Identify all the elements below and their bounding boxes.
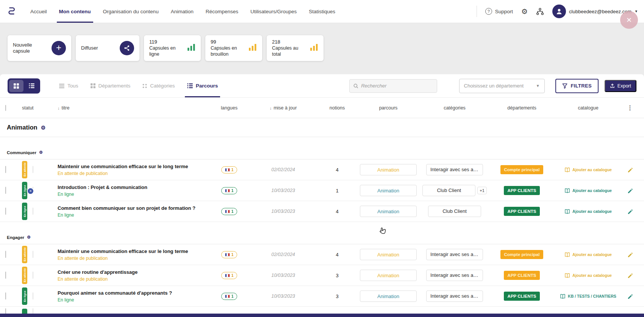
capsule-title[interactable]: Introduction : Projet & communication: [58, 184, 210, 190]
publication-status: En attente de publication: [58, 256, 210, 261]
edit-pencil-icon[interactable]: [621, 273, 639, 278]
catalogue-link[interactable]: Ajouter au catalogue: [555, 209, 621, 214]
nav-item-organisation[interactable]: Organisation du contenu: [97, 0, 165, 23]
edit-pencil-icon[interactable]: [621, 167, 639, 173]
catalogue-link[interactable]: KB / TESTS / CHANTIERS: [555, 294, 621, 299]
parcours-button[interactable]: Animation: [360, 249, 417, 260]
quick-actions-bar: Nouvelle capsule + Diffuser 119 Capsules…: [0, 23, 644, 77]
bottom-bar: [0, 314, 644, 317]
close-button[interactable]: ✕: [620, 11, 638, 29]
parcours-button[interactable]: Animation: [360, 206, 417, 217]
category-button[interactable]: Interagir avec ses ap...: [426, 290, 483, 302]
row-checkbox[interactable]: [5, 272, 6, 279]
edit-pencil-icon[interactable]: [621, 209, 639, 214]
nav-item-mon-contenu[interactable]: Mon contenu: [53, 0, 97, 23]
filters-label: FILTRES: [571, 83, 592, 89]
catalogue-book-icon: [564, 252, 570, 257]
table-row: En ligne Comment bien communiquer sur so…: [0, 201, 644, 222]
catalogue-link[interactable]: Ajouter au catalogue: [555, 188, 621, 193]
app-logo[interactable]: [6, 6, 17, 17]
department-badge: APP CLIENTS: [504, 271, 540, 280]
select-all-checkbox[interactable]: [5, 105, 6, 111]
status-badge: En ligne: [22, 203, 27, 220]
tab-departements[interactable]: Départements: [84, 74, 137, 97]
tab-label: Départements: [98, 83, 131, 89]
tab-parcours[interactable]: Parcours: [181, 74, 224, 97]
org-chart-icon[interactable]: [536, 8, 544, 16]
col-categories: catégories: [420, 105, 489, 111]
catalogue-book-icon: [564, 273, 570, 278]
category-button[interactable]: Club Client: [428, 206, 481, 217]
edit-pencil-icon[interactable]: [621, 188, 639, 194]
stat-count: 99: [211, 39, 243, 45]
list-view-button[interactable]: [24, 80, 39, 92]
parcours-button[interactable]: Animation: [360, 164, 417, 175]
status-badge: En attente: [22, 246, 27, 263]
catalogue-link[interactable]: Ajouter au catalogue: [555, 252, 621, 257]
parcours-button[interactable]: Animation: [360, 185, 417, 196]
language-count: 1: [231, 253, 234, 257]
table-row: En ligne Pourquoi animer sa communauté d…: [0, 286, 644, 307]
nav-item-statistiques[interactable]: Statistiques: [303, 0, 341, 23]
nav-item-utilisateurs[interactable]: Utilisateurs/Groupes: [244, 0, 303, 23]
flag-icon: [225, 189, 230, 192]
new-capsule-button[interactable]: Nouvelle capsule +: [8, 35, 71, 61]
language-badge: 1: [221, 251, 238, 258]
status-badge: [22, 309, 27, 314]
sort-desc-icon: ↓: [58, 106, 60, 110]
diffuser-button[interactable]: Diffuser: [76, 35, 139, 61]
catalogue-link[interactable]: Ajouter au catalogue: [555, 167, 621, 172]
support-button[interactable]: ? Support: [485, 8, 513, 15]
row-checkbox[interactable]: [5, 187, 6, 194]
notions-count: 1: [318, 188, 356, 194]
row-checkbox[interactable]: [5, 166, 6, 173]
view-toggle: [8, 78, 40, 94]
category-extra-badge[interactable]: +1: [477, 187, 487, 194]
col-titre[interactable]: ↓titre: [52, 105, 210, 111]
department-badge: APP CLIENTS: [504, 186, 540, 195]
nav-item-recompenses[interactable]: Récompenses: [200, 0, 244, 23]
edit-pencil-icon[interactable]: [621, 294, 639, 299]
tab-categories[interactable]: Catégories: [136, 74, 181, 97]
nav-item-animation[interactable]: Animation: [165, 0, 200, 23]
parcours-button[interactable]: Animation: [360, 290, 417, 302]
grid-view-button[interactable]: [9, 80, 23, 92]
capsule-title[interactable]: Pourquoi animer sa communauté d'apprenan…: [58, 290, 210, 296]
col-mise-a-jour[interactable]: ↓mise à jour: [248, 105, 318, 111]
search-input[interactable]: [361, 83, 433, 89]
edit-pencil-icon[interactable]: [621, 252, 639, 258]
capsule-title[interactable]: Maintenir une communication efficace sur…: [58, 164, 210, 169]
capsule-thumbnail: [33, 166, 33, 173]
column-options-kebab-icon[interactable]: ⋮: [621, 104, 639, 111]
row-checkbox[interactable]: [5, 292, 6, 300]
section-engager: Engager ⚙ En attente Maintenir une commu…: [0, 222, 644, 307]
department-select[interactable]: Choisissez un département ▼: [459, 79, 545, 93]
row-checkbox[interactable]: [5, 251, 6, 258]
catalogue-link[interactable]: Ajouter au catalogue: [555, 273, 621, 278]
catalogue-book-icon: [564, 188, 570, 193]
parcours-button[interactable]: Animation: [360, 270, 417, 281]
category-button[interactable]: Interagir avec ses ap...: [426, 249, 483, 260]
section-settings-gear-icon[interactable]: ⚙: [27, 235, 31, 240]
filters-button[interactable]: FILTRES: [555, 79, 599, 93]
capsule-title[interactable]: Maintenir une communication efficace sur…: [58, 248, 210, 254]
capsule-title[interactable]: Comment bien communiquer sur son projet …: [58, 205, 210, 211]
category-button[interactable]: Club Client: [422, 185, 475, 196]
settings-gear-icon[interactable]: ⚙: [521, 8, 528, 15]
publication-status: En ligne: [58, 297, 210, 303]
category-button[interactable]: Interagir avec ses ap...: [426, 164, 483, 175]
group-settings-gear-icon[interactable]: ⚙: [41, 125, 46, 131]
export-button[interactable]: Export: [605, 80, 636, 92]
col-departements: départements: [489, 105, 555, 111]
language-badge: 1: [221, 208, 238, 215]
top-nav: Accueil Mon contenu Organisation du cont…: [0, 0, 644, 23]
tab-tous[interactable]: Tous: [53, 74, 84, 97]
section-settings-gear-icon[interactable]: ⚙: [39, 150, 43, 155]
capsule-title[interactable]: Créer une routine d'apprentissage: [58, 269, 210, 275]
nav-item-accueil[interactable]: Accueil: [24, 0, 53, 23]
row-checkbox[interactable]: [5, 308, 6, 314]
stat-count: 218: [272, 39, 305, 45]
row-checkbox[interactable]: [5, 208, 6, 215]
category-button[interactable]: Interagir avec ses ap...: [426, 270, 483, 281]
share-icon: [120, 41, 134, 55]
